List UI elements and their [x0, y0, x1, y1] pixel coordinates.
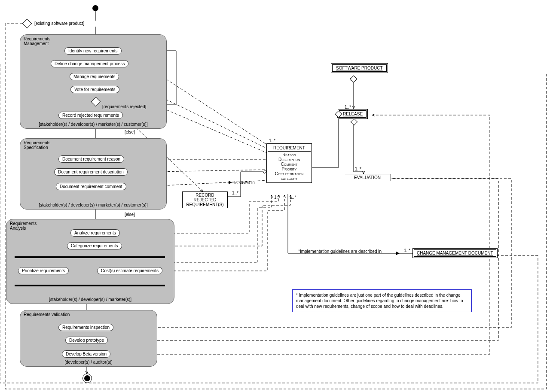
activity-categorize: Categorize requirements	[67, 242, 122, 249]
join-bar	[15, 285, 165, 286]
panel-ra-footer: [stakeholder(s) / developer(s) / markete…	[6, 297, 174, 302]
activity-vote: Vote for requirements	[70, 86, 119, 93]
guard-else1: [else]	[125, 130, 135, 134]
class-record-rejected: RECORD REJECTED REQUIREMENT(S)	[182, 191, 228, 208]
label-is-saved-in: Is saved in	[234, 180, 255, 185]
panel-rv-footer: [developer(s) / auditor(s)]	[20, 360, 157, 365]
panel-rm-title: Requirements Management	[24, 36, 50, 46]
class-evaluation-name: EVALUATION	[354, 175, 381, 180]
req-attr-4: Cost estimation	[268, 171, 311, 176]
agg-diamond-release-down	[351, 119, 358, 126]
req-attr-0: Reason	[268, 152, 311, 157]
activity-inspection: Requirements inspection	[58, 324, 113, 331]
note-text: * Implementation guidelines are just one…	[296, 293, 463, 309]
class-software-product-name: SOFTWARE PRODUCT	[336, 66, 383, 70]
label-impl-guideline: *Implementation guidelines are described…	[298, 249, 382, 254]
initial-node	[92, 5, 98, 11]
class-record-rejected-name: RECORD REJECTED REQUIREMENT(S)	[186, 193, 223, 207]
mult-req-top: 1..*	[269, 138, 275, 143]
mult-req-bottom1: 1..*	[274, 195, 281, 200]
mult-req-bottom2: 1..*	[290, 195, 296, 200]
req-attr-1: Description	[268, 157, 311, 162]
panel-rv-title: Requirements validation	[24, 312, 70, 317]
class-requirement-name: REQUIREMENT	[268, 146, 311, 152]
guard-else2: [else]	[125, 212, 135, 217]
decision-existing	[22, 19, 32, 29]
activity-doc-desc: Document requirement description	[54, 168, 128, 176]
req-attr-5: category	[268, 176, 311, 181]
activity-cost-estimate: Cost(s) estimate requirements	[97, 267, 162, 274]
activity-doc-reason: Document requirement reason	[58, 155, 124, 163]
class-cm-document: CHANGE MANAGEMENT DOCUMENT	[412, 248, 498, 258]
mult-rr: 1..*	[232, 191, 238, 195]
panel-ra-title: Requirements Analysis	[10, 221, 37, 231]
class-requirement: REQUIREMENT Reason Description Comment P…	[266, 143, 312, 183]
activity-analyze: Analyze requirements	[70, 229, 120, 237]
class-evaluation: EVALUATION	[344, 174, 391, 181]
activity-prototype: Develop prototype	[65, 337, 108, 344]
req-attr-3: Priority	[268, 167, 311, 171]
note-implementation-guidelines: * Implementation guidelines are just one…	[292, 289, 472, 312]
class-software-product: SOFTWARE PRODUCT	[331, 63, 388, 73]
activity-identify: Identify new requirements	[64, 47, 122, 55]
class-release-name: RELEASE	[343, 112, 363, 116]
activity-beta: Develop Beta version	[62, 350, 110, 358]
mult-eval: 1..*	[355, 167, 361, 171]
fork-bar	[15, 256, 165, 258]
activity-define-cm: Define change management process	[51, 60, 128, 67]
panel-rs-title: Requirements Specification	[24, 140, 50, 150]
final-node	[82, 374, 92, 383]
guard-rejected: [requirements rejected]	[102, 104, 146, 109]
activity-prioritize: Prioritize requirements	[18, 267, 69, 274]
activity-record-rejected: Record rejected requirements	[58, 112, 123, 119]
guard-existing: [existing software product]	[34, 21, 84, 26]
activity-manage: Manage requirements	[70, 73, 119, 80]
panel-rs-footer: [stakeholder(s) / developer(s) / markete…	[20, 203, 166, 207]
activity-doc-comment: Document requirement comment	[56, 183, 126, 190]
panel-rm-footer: [stakeholder(s) / developer(s) / markete…	[20, 122, 166, 127]
class-cm-document-name: CHANGE MANAGEMENT DOCUMENT	[417, 251, 493, 255]
mult-cmdoc: 1..*	[404, 248, 410, 253]
req-attr-2: Comment	[268, 162, 311, 167]
